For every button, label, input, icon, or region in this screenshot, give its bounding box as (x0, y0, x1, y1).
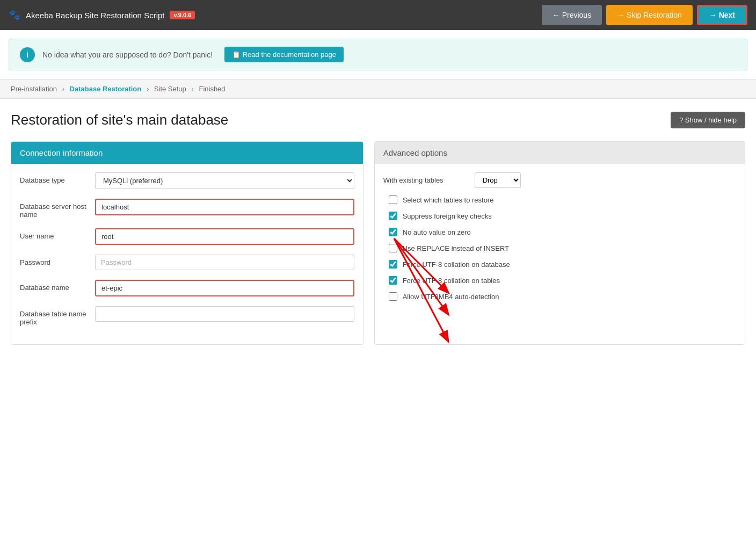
password-input[interactable] (95, 255, 354, 270)
check-utf8mb4-input[interactable] (389, 292, 397, 301)
password-label: Password (20, 255, 95, 266)
with-existing-row: With existing tables Drop Backup Delete (383, 172, 736, 188)
dbname-group: Database name (20, 280, 354, 296)
breadcrumb-site-setup: Site Setup (154, 85, 186, 93)
db-type-group: Database type MySQLi (preferred) MySQL P… (20, 172, 354, 189)
server-group: Database server host name (20, 199, 354, 219)
check-no-auto-value-label: No auto value on zero (403, 228, 471, 236)
check-utf8-tables-input[interactable] (389, 276, 397, 285)
check-utf8-db-input[interactable] (389, 260, 397, 269)
dbname-input[interactable] (95, 280, 354, 296)
check-replace-insert: Use REPLACE instead of INSERT (383, 244, 736, 252)
check-replace-insert-label: Use REPLACE instead of INSERT (403, 244, 509, 252)
check-replace-insert-input[interactable] (389, 244, 397, 252)
check-no-auto-value-input[interactable] (389, 228, 397, 236)
info-icon: i (20, 47, 35, 62)
dbname-label: Database name (20, 280, 95, 292)
username-label: User name (20, 228, 95, 240)
page-header: Restoration of site's main database ? Sh… (11, 112, 745, 128)
check-select-tables-input[interactable] (389, 195, 397, 204)
check-utf8-db: Force UTF-8 collation on database (383, 260, 736, 269)
breadcrumb: Pre-installation › Database Restoration … (0, 79, 756, 99)
header-left: 🐾 Akeeba Backup Site Restoration Script … (9, 9, 195, 21)
check-utf8-tables: Force UTF-8 collation on tables (383, 276, 736, 285)
server-input[interactable] (95, 199, 354, 215)
check-suppress-fk-input[interactable] (389, 212, 397, 220)
username-input[interactable] (95, 228, 354, 245)
prefix-input[interactable] (95, 306, 354, 322)
check-utf8-tables-label: Force UTF-8 collation on tables (403, 277, 500, 285)
check-suppress-fk: Suppress foreign key checks (383, 212, 736, 220)
show-hide-help-button[interactable]: ? Show / hide help (671, 112, 745, 128)
check-no-auto-value: No auto value on zero (383, 228, 736, 236)
breadcrumb-finished: Finished (199, 85, 225, 93)
password-group: Password (20, 255, 354, 270)
db-type-select[interactable]: MySQLi (preferred) MySQL PDO MySQL (95, 172, 354, 189)
svg-line-2 (394, 238, 448, 341)
logo-icon: 🐾 (9, 9, 20, 21)
breadcrumb-sep-2: › (147, 85, 149, 93)
db-type-label: Database type (20, 172, 95, 184)
info-text: No idea what you are supposed to do? Don… (42, 50, 213, 59)
previous-button[interactable]: ← Previous (542, 5, 602, 25)
documentation-button[interactable]: 📋 Read the documentation page (224, 47, 344, 62)
breadcrumb-database-restoration: Database Restoration (70, 85, 142, 93)
header-right: ← Previous → Skip Restoration → Next (542, 5, 747, 25)
connection-info-header: Connection information (11, 142, 363, 164)
breadcrumb-sep-3: › (191, 85, 193, 93)
advanced-options-body: With existing tables Drop Backup Delete (375, 164, 745, 317)
checkboxes-area: Select which tables to restore Suppress … (383, 195, 736, 301)
prefix-group: Database table name prefix (20, 306, 354, 326)
check-suppress-fk-label: Suppress foreign key checks (403, 212, 492, 220)
connection-info-card: Connection information Database type MyS… (11, 141, 364, 345)
with-existing-select[interactable]: Drop Backup Delete (475, 172, 521, 188)
main-content: Restoration of site's main database ? Sh… (0, 99, 756, 358)
check-utf8mb4: Allow UTF8MB4 auto-detection (383, 292, 736, 301)
app-name: Akeeba Backup Site Restoration Script (26, 11, 164, 20)
check-utf8mb4-label: Allow UTF8MB4 auto-detection (403, 293, 499, 301)
with-existing-label: With existing tables (383, 176, 469, 184)
breadcrumb-sep-1: › (62, 85, 64, 93)
connection-info-body: Database type MySQLi (preferred) MySQL P… (11, 164, 363, 344)
next-button[interactable]: → Next (697, 5, 747, 25)
prefix-label: Database table name prefix (20, 306, 95, 326)
check-select-tables: Select which tables to restore (383, 195, 736, 204)
advanced-options-header: Advanced options (375, 142, 745, 164)
server-label: Database server host name (20, 199, 95, 219)
breadcrumb-pre-installation: Pre-installation (11, 85, 57, 93)
skip-restoration-button[interactable]: → Skip Restoration (606, 5, 693, 25)
info-bar: i No idea what you are supposed to do? D… (9, 39, 747, 70)
header: 🐾 Akeeba Backup Site Restoration Script … (0, 0, 756, 30)
username-group: User name (20, 228, 354, 245)
version-badge: v.9.0.6 (170, 11, 195, 19)
advanced-options-card: Advanced options With existing tables Dr… (374, 141, 745, 345)
columns: Connection information Database type MyS… (11, 141, 745, 345)
page-title: Restoration of site's main database (11, 112, 228, 128)
check-select-tables-label: Select which tables to restore (403, 196, 494, 204)
check-utf8-db-label: Force UTF-8 collation on database (403, 260, 510, 269)
